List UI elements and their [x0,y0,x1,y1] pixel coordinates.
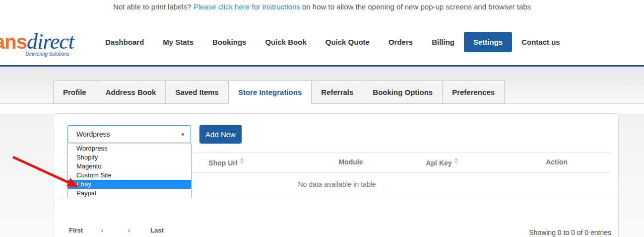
column-header-shop-url-label: Shop Url [208,159,237,167]
nav-item-bookings[interactable]: Bookings [203,32,256,52]
nav-item-my-stats[interactable]: My Stats [153,32,203,52]
store-type-select-value: Wordpress [76,130,110,138]
sort-icon [454,158,458,164]
nav-item-quick-book[interactable]: Quick Book [256,32,316,52]
column-header-module-label: Module [339,158,363,166]
logo-wordmark: ansdirect [0,29,83,54]
pagination-last[interactable]: Last [150,227,164,234]
instructions-link[interactable]: Please click here for instructions [193,2,300,11]
caret-down-icon: ▼ [181,132,185,137]
tab-address-book[interactable]: Address Book [96,80,166,104]
option-magento[interactable]: Magento [68,162,191,171]
table-info-text: Showing 0 to 0 of 0 entries [529,229,611,237]
settings-tabs: Profile Address Book Saved Items Store I… [53,80,504,104]
main-nav: Dashboard My Stats Bookings Quick Book Q… [96,31,570,53]
tab-profile[interactable]: Profile [53,80,96,104]
column-header-action[interactable]: Action [546,158,568,166]
tab-saved-items[interactable]: Saved Items [165,80,229,104]
option-shopify[interactable]: Shopify [68,153,191,162]
option-paypal[interactable]: Paypal [68,189,191,198]
column-header-shop-url[interactable]: Shop Url [208,158,244,167]
option-custom-site[interactable]: Custom Site [68,171,191,180]
nav-item-quick-quote[interactable]: Quick Quote [316,32,379,52]
pagination-prev[interactable]: ‹ [101,227,103,234]
sort-icon [240,158,244,164]
nav-item-settings[interactable]: Settings [464,32,512,52]
tab-booking-options[interactable]: Booking Options [363,80,443,104]
store-type-select[interactable]: Wordpress ▼ [67,125,191,143]
tab-preferences[interactable]: Preferences [442,80,505,104]
popup-instructions-banner: Not able to print labels? Please click h… [0,2,644,11]
store-integrations-panel: Wordpress ▼ Add New Shop Url Module Api … [54,113,619,237]
column-header-api-key-label: Api Key [426,159,451,167]
tab-referrals[interactable]: Referrals [311,80,363,104]
column-header-module[interactable]: Module [339,158,363,166]
column-header-action-label: Action [546,158,568,166]
pagination-next[interactable]: › [128,227,130,234]
logo-part-orange: ans [0,31,27,53]
add-new-button[interactable]: Add New [199,125,242,144]
settings-tab-band: Profile Address Book Saved Items Store I… [0,67,644,104]
banner-text-suffix: on how to allow the opening of new pop-u… [300,2,531,11]
nav-item-contact-us[interactable]: Contact us [512,32,570,52]
column-header-api-key[interactable]: Api Key [426,158,458,167]
nav-item-dashboard[interactable]: Dashboard [96,32,153,52]
pagination-first[interactable]: First [69,227,83,234]
nav-item-orders[interactable]: Orders [379,32,422,52]
company-logo[interactable]: ansdirect Delivering Solutions [0,29,83,57]
banner-text-prefix: Not able to print labels? [113,2,193,11]
tab-store-integrations[interactable]: Store Integrations [228,80,312,104]
nav-item-billing[interactable]: Billing [422,32,464,52]
option-ebay[interactable]: Ebay [68,180,191,189]
option-wordpress[interactable]: Wordpress [68,144,191,153]
logo-part-blue: direct [27,29,74,54]
store-type-dropdown-list: Wordpress Shopify Magento Custom Site Eb… [67,144,192,198]
